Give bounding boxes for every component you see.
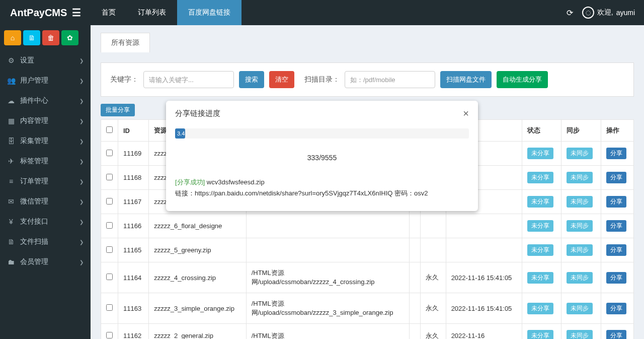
modal-title: 分享链接进度 <box>175 109 220 118</box>
modal-overlay: 分享链接进度 × 3.4 333/9555 [分享成功] wcv3dsfwsfe… <box>0 0 644 339</box>
share-link: https://pan.baidu.com/netdisk/share?surl… <box>195 189 392 197</box>
link-label: 链接： <box>175 189 195 197</box>
progress-bar-track: 3.4 <box>175 128 469 139</box>
success-filename: wcv3dsfwsfeesd.zip <box>207 178 265 186</box>
share-progress-modal: 分享链接进度 × 3.4 333/9555 [分享成功] wcv3dsfwsfe… <box>166 101 478 211</box>
pwd-label: 密码： <box>394 189 414 197</box>
share-result: [分享成功] wcv3dsfwsfeesd.zip 链接：https://pan… <box>175 177 469 199</box>
success-tag: [分享成功] <box>175 178 205 186</box>
progress-bar-fill: 3.4 <box>175 128 185 139</box>
progress-counter: 333/9555 <box>175 154 469 162</box>
close-icon[interactable]: × <box>463 108 469 119</box>
share-pwd: osv2 <box>414 189 428 197</box>
